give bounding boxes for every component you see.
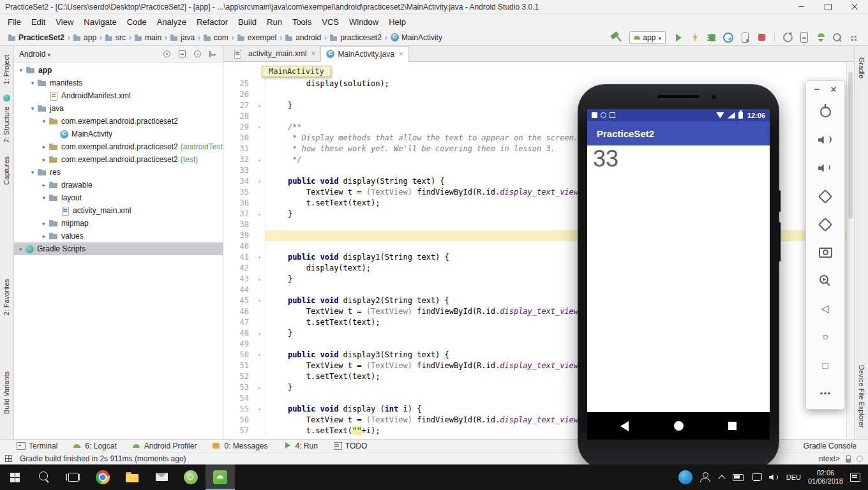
tool-button-gradle[interactable]: Gradle (858, 57, 865, 78)
breadcrumb-mainactivity[interactable]: MainActivity (389, 33, 444, 42)
tool-button-captures[interactable]: Captures (3, 156, 10, 185)
profile-icon[interactable] (721, 31, 736, 45)
tree-item-drawable[interactable]: drawable (14, 179, 223, 191)
search-icon[interactable] (830, 31, 845, 45)
menu-edit[interactable]: Edit (26, 17, 50, 27)
sync-gradle-icon[interactable] (780, 31, 795, 45)
scrollbar-thumb[interactable] (848, 72, 853, 219)
collapse-all-icon[interactable] (177, 49, 187, 59)
tree-item-mipmap[interactable]: mipmap (14, 217, 223, 230)
more-grid-icon[interactable] (846, 31, 862, 45)
taskbar-search[interactable] (29, 464, 59, 490)
instant-run-icon[interactable] (687, 31, 703, 45)
fold-end-icon[interactable] (254, 274, 266, 285)
rotate-right-icon[interactable] (806, 212, 844, 237)
collapse-arrow-icon[interactable] (40, 233, 49, 239)
editor-scrollbar[interactable] (846, 62, 854, 439)
language-indicator[interactable]: DEU (786, 473, 801, 481)
tool-button-structure[interactable]: 7: Structure (3, 107, 10, 143)
tree-item-activity-main-xml[interactable]: activity_main.xml (14, 204, 223, 217)
back-button[interactable] (620, 421, 629, 431)
settings-icon[interactable] (193, 49, 202, 59)
tree-item-androidmanifest-xml[interactable]: AndroidManifest.xml (14, 89, 223, 102)
taskbar-explorer[interactable] (117, 464, 147, 490)
taskbar-android-studio-green[interactable] (176, 464, 206, 490)
menu-vcs[interactable]: VCS (317, 17, 344, 27)
tool-button-project[interactable]: 1: Project (3, 55, 10, 84)
collapse-arrow-icon[interactable] (40, 156, 49, 163)
tool-button-build-variants[interactable]: Build Variants (3, 371, 10, 414)
minimize-emulator-icon[interactable] (814, 85, 820, 92)
recents-button[interactable] (728, 422, 737, 430)
tool-button-device-file-explorer[interactable]: Device File Explorer (858, 365, 865, 427)
taskbar-task-view[interactable] (59, 464, 88, 490)
tree-item-gradle-scripts[interactable]: Gradle Scripts (14, 242, 223, 255)
breadcrumb-com[interactable]: com (202, 33, 230, 42)
fold-start-icon[interactable] (254, 295, 266, 306)
breadcrumb-exempel[interactable]: exempel (236, 33, 278, 42)
taskbar-clock[interactable]: 02:06 01/06/2018 (808, 469, 843, 486)
avd-manager-icon[interactable] (797, 31, 812, 45)
fold-end-icon[interactable] (254, 100, 266, 111)
project-tool-icon[interactable] (3, 94, 10, 101)
fold-start-icon[interactable] (254, 122, 266, 133)
tool-button-todo[interactable]: TODO (333, 442, 367, 450)
tree-item-com-exempel-android-practiceset2[interactable]: com.exempel.android.practiceset2 (14, 115, 223, 128)
minimize-window-icon[interactable] (788, 0, 814, 13)
taskbar-android-studio[interactable] (206, 464, 235, 490)
hide-panel-icon[interactable] (208, 49, 218, 59)
tab-mainactivity-java[interactable]: MainActivity.java (320, 46, 409, 62)
fold-start-icon[interactable] (254, 404, 266, 415)
tool-button-gradle-console[interactable]: Gradle Console (804, 442, 868, 450)
tool-window-switcher-icon[interactable] (4, 454, 13, 463)
fold-start-icon[interactable] (254, 350, 266, 360)
maximize-window-icon[interactable] (814, 0, 841, 13)
rotate-left-icon[interactable] (806, 184, 844, 209)
tree-item-com-exempel-android-practiceset2-androidtest[interactable]: com.exempel.android.practiceset2(android… (14, 140, 223, 153)
zoom-icon[interactable] (806, 268, 844, 293)
home-icon[interactable] (806, 324, 844, 350)
cortana-tray-icon[interactable] (678, 470, 692, 484)
tool-button-android-profiler[interactable]: Android Profiler (132, 442, 197, 450)
run-icon[interactable] (671, 31, 686, 45)
fold-start-icon[interactable] (254, 252, 266, 263)
app-content[interactable]: 33 (587, 145, 770, 412)
breadcrumb-practiceset2[interactable]: PracticeSet2 (6, 33, 66, 42)
lock-icon[interactable] (845, 455, 851, 463)
tree-item-layout[interactable]: layout (14, 191, 223, 204)
fold-end-icon[interactable] (254, 209, 266, 219)
collapse-arrow-icon[interactable] (40, 220, 49, 226)
debug-icon[interactable] (704, 31, 719, 45)
menu-view[interactable]: View (50, 17, 79, 27)
breadcrumb-java[interactable]: java (168, 33, 197, 42)
close-emulator-icon[interactable] (830, 85, 837, 92)
fold-end-icon[interactable] (254, 382, 266, 393)
tool-button-0-messages[interactable]: 0: Messages (212, 442, 267, 450)
make-icon[interactable] (609, 31, 624, 45)
power-icon[interactable] (806, 99, 844, 124)
close-tab-icon[interactable] (311, 49, 315, 58)
project-view-selector[interactable]: Android (19, 50, 50, 59)
more-icon[interactable] (806, 381, 844, 406)
menu-navigate[interactable]: Navigate (79, 17, 121, 27)
title-bar[interactable]: PracticeSet2 - [C:\Users\serdo\Desktop\P… (0, 0, 868, 14)
run-configuration-select[interactable]: app (629, 31, 666, 44)
tool-button-favorites[interactable]: 2: Favorites (3, 279, 10, 315)
breadcrumb-main[interactable]: main (133, 33, 163, 42)
overview-icon[interactable] (806, 353, 844, 378)
stop-icon[interactable] (754, 31, 769, 45)
volume-down-icon[interactable] (806, 155, 844, 181)
tree-item-manifests[interactable]: manifests (14, 77, 223, 89)
back-icon[interactable] (806, 296, 844, 322)
expand-arrow-icon[interactable] (28, 105, 37, 112)
menu-run[interactable]: Run (262, 17, 287, 27)
tree-item-mainactivity[interactable]: MainActivity (14, 128, 223, 140)
tree-item-res[interactable]: res (14, 166, 223, 179)
fold-start-icon[interactable] (254, 176, 266, 187)
breadcrumb-src[interactable]: src (103, 33, 128, 42)
menu-refactor[interactable]: Refactor (191, 17, 233, 27)
expand-arrow-icon[interactable] (17, 67, 26, 73)
breadcrumb-android[interactable]: android (283, 33, 323, 42)
collapse-arrow-icon[interactable] (40, 144, 49, 150)
taskbar-start[interactable] (0, 464, 29, 490)
